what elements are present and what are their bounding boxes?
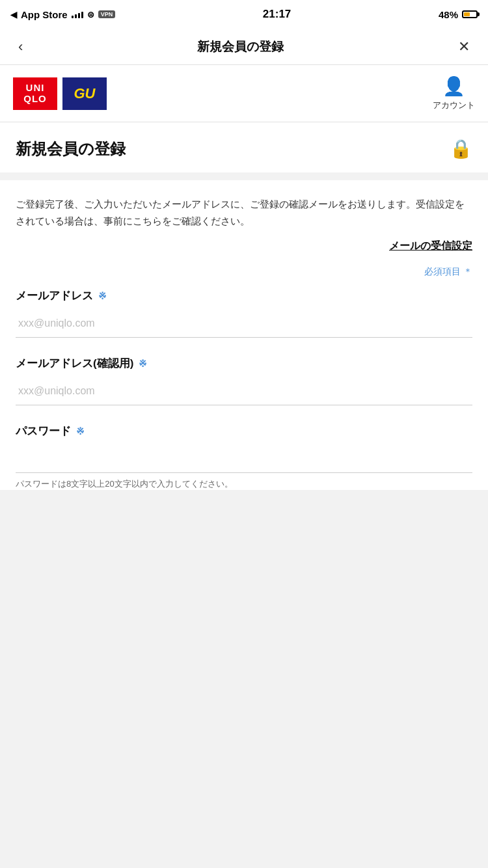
mail-settings-link[interactable]: メールの受信設定 (389, 240, 472, 251)
status-right: 48% (439, 9, 478, 20)
wifi-icon: ⊜ (87, 10, 94, 20)
close-button[interactable]: ✕ (453, 33, 475, 61)
gu-text: GU (74, 85, 96, 102)
uniqlo-logo: UNIQLO (13, 77, 57, 110)
navigation-bar: ‹ 新規会員の登録 ✕ (0, 29, 488, 65)
battery-icon (462, 10, 478, 18)
email-confirm-required-mark: ※ (139, 358, 147, 370)
email-input[interactable] (16, 310, 472, 338)
account-icon: 👤 (442, 75, 465, 97)
password-required-mark: ※ (76, 426, 85, 437)
gu-logo: GU (62, 77, 107, 110)
info-text: ご登録完了後、ご入力いただいたメールアドレスに、ご登録の確認メールをお送りします… (16, 196, 472, 229)
status-left: ◀ App Store ⊜ VPN (10, 9, 115, 20)
signal-icon (72, 10, 83, 18)
mail-settings-link-container: メールの受信設定 (16, 239, 472, 253)
battery-percent: 48% (439, 9, 458, 20)
required-text: 必須項目 (424, 266, 461, 277)
password-field-group: パスワード ※ パスワードは8文字以上20文字以内で入力してください。 (16, 424, 472, 490)
vpn-badge: VPN (98, 10, 116, 18)
carrier-back-arrow: ◀ (10, 10, 17, 20)
time-display: 21:17 (263, 8, 291, 21)
back-button[interactable]: ‹ (13, 33, 28, 61)
required-asterisk: ＊ (463, 266, 472, 277)
brand-logos: UNIQLO GU (13, 77, 107, 110)
email-confirm-input[interactable] (16, 377, 472, 405)
email-confirm-label: メールアドレス(確認用) ※ (16, 356, 472, 371)
email-field-group: メールアドレス ※ (16, 288, 472, 338)
email-confirm-field-group: メールアドレス(確認用) ※ (16, 356, 472, 405)
form-section: ご登録完了後、ご入力いただいたメールアドレスに、ご登録の確認メールをお送りします… (0, 180, 488, 490)
required-note: 必須項目 ＊ (16, 266, 472, 278)
status-bar: ◀ App Store ⊜ VPN 21:17 48% (0, 0, 488, 29)
page-title: 新規会員の登録 (197, 38, 284, 55)
page-title-section: 新規会員の登録 🔒 (0, 122, 488, 172)
registration-title: 新規会員の登録 (16, 139, 126, 159)
account-label: アカウント (433, 100, 475, 111)
brand-header: UNIQLO GU 👤 アカウント (0, 65, 488, 122)
carrier-name: App Store (21, 9, 68, 20)
lock-icon: 🔒 (450, 138, 472, 159)
password-input[interactable] (16, 445, 472, 473)
email-required-mark: ※ (98, 290, 107, 302)
main-content: 新規会員の登録 🔒 ご登録完了後、ご入力いただいたメールアドレスに、ご登録の確認… (0, 122, 488, 490)
email-label: メールアドレス ※ (16, 288, 472, 303)
password-label: パスワード ※ (16, 424, 472, 439)
uniqlo-text: UNIQLO (23, 83, 47, 104)
password-hint: パスワードは8文字以上20文字以内で入力してください。 (16, 478, 472, 490)
account-button[interactable]: 👤 アカウント (433, 75, 475, 111)
